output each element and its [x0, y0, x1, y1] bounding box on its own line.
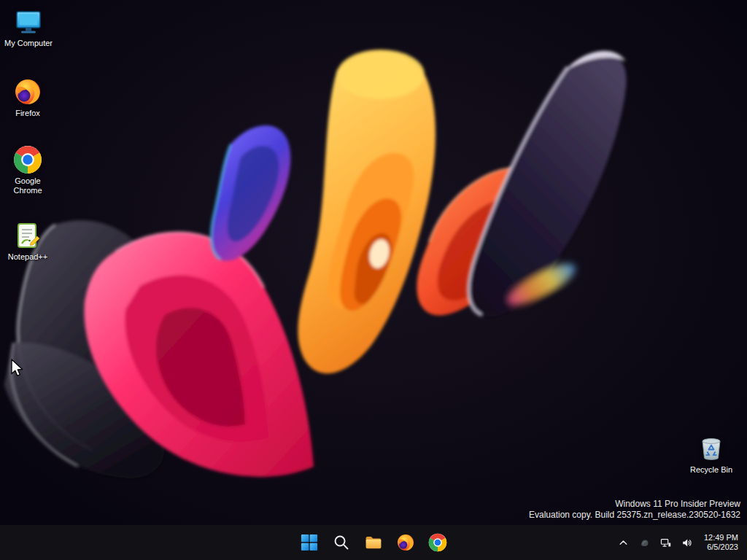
tray-network-button[interactable] — [656, 528, 676, 557]
desktop-icon-label: Notepad++ — [8, 252, 47, 262]
taskbar-firefox-button[interactable] — [391, 528, 420, 557]
taskbar: 12:49 PM 6/5/2023 — [0, 525, 747, 560]
computer-icon — [14, 7, 43, 36]
tray-clock[interactable]: 12:49 PM 6/5/2023 — [698, 528, 744, 557]
volume-icon — [681, 537, 693, 549]
watermark-line1: Windows 11 Pro Insider Preview — [529, 499, 740, 510]
firefox-icon — [396, 533, 415, 552]
chrome-icon — [428, 533, 447, 552]
clock-time: 12:49 PM — [704, 533, 738, 543]
tray-misc-button[interactable] — [635, 528, 655, 557]
tray-volume-button[interactable] — [677, 528, 697, 557]
system-tray: 12:49 PM 6/5/2023 — [614, 525, 744, 560]
search-icon — [332, 533, 351, 552]
desktop-icon-label: Recycle Bin — [690, 465, 732, 475]
desktop-icon-notepadpp[interactable]: Notepad++ — [0, 221, 55, 262]
watermark-line2: Evaluation copy. Build 25375.zn_release.… — [529, 510, 740, 521]
file-explorer-button[interactable] — [359, 528, 388, 557]
desktop-icon-google-chrome[interactable]: Google Chrome — [0, 145, 55, 195]
desktop-icon-label: Firefox — [15, 109, 40, 118]
desktop-icon-label: Google Chrome — [9, 176, 47, 195]
wallpaper-image — [0, 0, 747, 560]
watermark: Windows 11 Pro Insider Preview Evaluatio… — [529, 499, 740, 521]
notepadpp-icon — [13, 221, 42, 250]
tray-chevron-button[interactable] — [614, 528, 634, 557]
start-button[interactable] — [295, 528, 324, 557]
taskbar-center-icons — [295, 525, 452, 560]
desktop-icon-my-computer[interactable]: My Computer — [1, 7, 56, 48]
taskbar-chrome-button[interactable] — [423, 528, 452, 557]
desktop-icon-label: My Computer — [4, 39, 53, 48]
network-icon — [659, 537, 672, 549]
chrome-icon — [13, 145, 42, 174]
search-button[interactable] — [327, 528, 356, 557]
folder-icon — [364, 533, 383, 552]
desktop-icon-recycle-bin[interactable]: Recycle Bin — [684, 434, 739, 475]
clock-date: 6/5/2023 — [707, 542, 738, 553]
mouse-cursor — [10, 359, 26, 378]
windows-start-icon — [300, 533, 319, 552]
firefox-icon — [13, 77, 42, 106]
tray-misc-icon — [638, 537, 651, 549]
recycle-bin-icon — [697, 434, 726, 463]
desktop-icon-firefox[interactable]: Firefox — [0, 77, 55, 118]
chevron-up-icon — [617, 537, 630, 549]
